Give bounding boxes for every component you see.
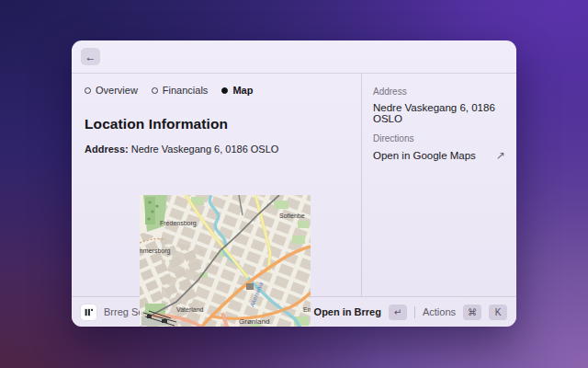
tab-financials[interactable]: Financials [152,85,209,96]
map-label-vaterland: Vaterland [176,306,204,313]
page-title: Location Information [85,116,348,132]
map-label-fredensborg: Fredensborg [160,220,197,227]
external-link-icon: ↗ [496,149,505,162]
app-window: ← Overview Financials Map Location Infor… [72,40,516,327]
open-google-maps-label: Open in Google Maps [373,150,476,161]
window-body: Overview Financials Map Location Informa… [72,74,516,296]
enter-key-badge[interactable]: ↵ [389,305,407,320]
radio-unselected-icon [152,87,158,94]
tab-financials-label: Financials [163,85,209,96]
map-image[interactable]: Fredensborg mmersborg Sofienbe Vaterland… [140,195,311,327]
address-label: Address: [85,144,129,155]
main-pane: Overview Financials Map Location Informa… [72,74,361,296]
brreg-app-icon [81,305,96,320]
radio-selected-icon [221,87,228,94]
tab-overview[interactable]: Overview [85,85,138,96]
cmd-key-badge[interactable]: ⌘ [463,305,481,320]
sidebar-directions-label: Directions [373,133,505,144]
map-label-east: En [303,306,311,313]
window-header: ← [72,40,516,74]
sidebar-address-value: Nedre Vaskegang 6, 0186 OSLO [373,102,505,124]
map-label-hammersborg: mmersborg [140,247,171,255]
address-line: Address: Nedre Vaskegang 6, 0186 OSLO [85,144,348,155]
radio-unselected-icon [85,87,91,94]
tab-map-label: Map [232,85,253,96]
sidebar-address-label: Address [373,86,505,97]
map-label-sofienberg: Sofienbe [279,213,305,219]
k-key-badge[interactable]: K [489,305,507,320]
back-arrow-icon: ← [85,51,96,63]
tab-bar: Overview Financials Map [85,85,348,96]
actions-menu-button[interactable]: Actions [423,306,456,317]
detail-sidebar: Address Nedre Vaskegang 6, 0186 OSLO Dir… [361,74,516,296]
footer-separator [414,306,415,318]
back-button[interactable]: ← [81,48,100,65]
tab-overview-label: Overview [96,85,138,96]
open-google-maps-link[interactable]: Open in Google Maps ↗ [373,149,505,162]
address-value: Nedre Vaskegang 6, 0186 OSLO [131,144,279,155]
open-in-brreg-action[interactable]: Open in Brreg [314,306,381,317]
tab-map[interactable]: Map [221,85,253,96]
map-label-gronland: Grønland [239,317,269,326]
